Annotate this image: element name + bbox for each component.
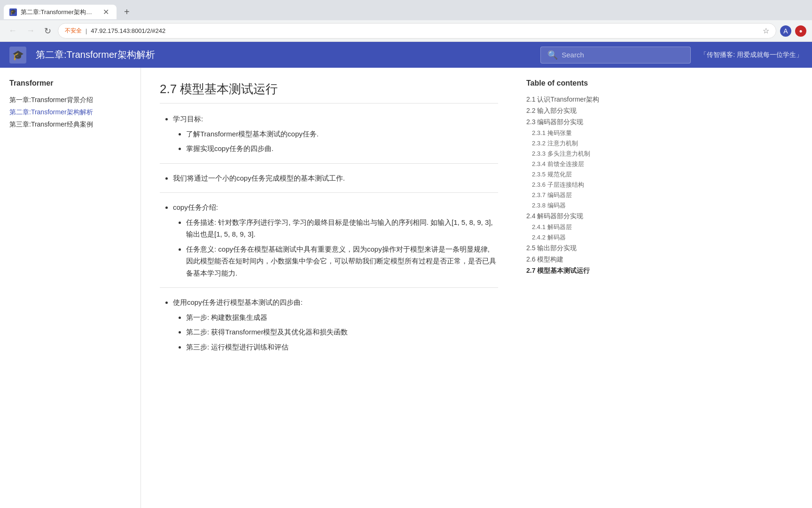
sidebar-item-chapter2[interactable]: 第二章:Transformer架构解析 [9, 106, 131, 119]
sidebar: Transformer 第一章:Transformer背景介绍 第二章:Tran… [0, 68, 141, 508]
item-text: 学习目标: [173, 115, 203, 123]
toc-item-9[interactable]: 2.3.7 编码器层 [526, 190, 620, 200]
sidebar-item-chapter1[interactable]: 第一章:Transformer背景介绍 [9, 94, 131, 106]
sub-list: 了解Transformer模型基本测试的copy任务. 掌握实现copy任务的四… [173, 128, 498, 155]
list-item: 我们将通过一个小的copy任务完成模型的基本测试工作. [173, 172, 498, 184]
list-item: 第一步: 构建数据集生成器 [186, 311, 498, 324]
section-divider [160, 163, 498, 164]
section-4-list: 使用copy任务进行模型基本测试的四步曲: 第一步: 构建数据集生成器 第二步:… [160, 296, 498, 353]
toc-item-1[interactable]: 2.2 输入部分实现 [526, 105, 620, 117]
section-divider [160, 192, 498, 193]
separator: | [86, 28, 87, 34]
sidebar-title: Transformer [9, 79, 131, 87]
section-divider [160, 287, 498, 288]
item-text: 使用copy任务进行模型基本测试的四步曲: [173, 298, 303, 306]
list-item: 任务描述: 针对数字序列进行学习, 学习的最终目标是使输出与输入的序列相同. 如… [186, 216, 498, 240]
section-2-list: 我们将通过一个小的copy任务完成模型的基本测试工作. [160, 172, 498, 184]
url-icons: ☆ [763, 26, 769, 35]
address-bar: ← → ↻ 不安全 | 47.92.175.143:8001/2/#242 ☆ … [0, 20, 812, 41]
list-item: 了解Transformer模型基本测试的copy任务. [186, 128, 498, 140]
toc-panel: Table of contents 2.1 认识Transformer架构2.2… [517, 68, 630, 508]
forward-button[interactable]: → [23, 24, 38, 38]
toc-item-10[interactable]: 2.3.8 编码器 [526, 200, 620, 211]
list-item: 使用copy任务进行模型基本测试的四步曲: 第一步: 构建数据集生成器 第二步:… [173, 296, 498, 353]
toc-item-15[interactable]: 2.6 模型构建 [526, 254, 620, 265]
section-3-list: copy任务介绍: 任务描述: 针对数字序列进行学习, 学习的最终目标是使输出与… [160, 201, 498, 279]
new-tab-button[interactable]: + [118, 4, 135, 20]
security-warning: 不安全 [65, 27, 82, 35]
toc-item-4[interactable]: 2.3.2 注意力机制 [526, 138, 620, 149]
section-1-list: 学习目标: 了解Transformer模型基本测试的copy任务. 掌握实现co… [160, 113, 498, 155]
toc-item-14[interactable]: 2.5 输出部分实现 [526, 243, 620, 254]
main-layout: Transformer 第一章:Transformer背景介绍 第二章:Tran… [0, 68, 812, 508]
browser-chrome: 🎓 第二章:Transformer架构解析 - ✕ + ← → ↻ 不安全 | … [0, 0, 812, 42]
sub-list: 第一步: 构建数据集生成器 第二步: 获得Transformer模型及其优化器和… [173, 311, 498, 353]
list-item: 学习目标: 了解Transformer模型基本测试的copy任务. 掌握实现co… [173, 113, 498, 155]
toc-item-12[interactable]: 2.4.1 解码器层 [526, 222, 620, 232]
list-item: copy任务介绍: 任务描述: 针对数字序列进行学习, 学习的最终目标是使输出与… [173, 201, 498, 279]
header-slogan: 「传智播客: 用爱成就每一位学生」 [700, 51, 803, 59]
list-item: 第二步: 获得Transformer模型及其优化器和损失函数 [186, 326, 498, 338]
tab-bar: 🎓 第二章:Transformer架构解析 - ✕ + [0, 0, 812, 20]
ext-symbol: ● [799, 28, 802, 34]
list-item: 第三步: 运行模型进行训练和评估 [186, 341, 498, 353]
back-button[interactable]: ← [6, 24, 20, 38]
toc-item-3[interactable]: 2.3.1 掩码张量 [526, 128, 620, 138]
page-heading: 2.7 模型基本测试运行 [160, 81, 498, 103]
toc-item-16[interactable]: 2.7 模型基本测试运行 [526, 265, 620, 277]
url-text: 47.92.175.143:8001/2/#242 [91, 27, 759, 34]
toc-item-11[interactable]: 2.4 解码器部分实现 [526, 211, 620, 222]
active-tab[interactable]: 🎓 第二章:Transformer架构解析 - ✕ [4, 5, 117, 19]
tab-favicon: 🎓 [9, 8, 17, 16]
toc-title: Table of contents [526, 79, 620, 87]
search-input[interactable] [562, 51, 684, 59]
toc-item-5[interactable]: 2.3.3 多头注意力机制 [526, 149, 620, 159]
search-icon: 🔍 [547, 50, 558, 60]
logo-icon: 🎓 [9, 47, 26, 64]
app-header: 🎓 第二章:Transformer架构解析 🔍 「传智播客: 用爱成就每一位学生… [0, 42, 812, 68]
toc-item-2[interactable]: 2.3 编码器部分实现 [526, 117, 620, 128]
toc-item-6[interactable]: 2.3.4 前馈全连接层 [526, 159, 620, 169]
toc-item-7[interactable]: 2.3.5 规范化层 [526, 169, 620, 180]
tab-close-button[interactable]: ✕ [103, 8, 109, 16]
list-item: 任务意义: copy任务在模型基础测试中具有重要意义，因为copy操作对于模型来… [186, 243, 498, 279]
tab-title: 第二章:Transformer架构解析 - [21, 8, 97, 16]
main-content: 2.7 模型基本测试运行 学习目标: 了解Transformer模型基本测试的c… [141, 68, 517, 508]
logo-symbol: 🎓 [12, 49, 24, 61]
toc-container: 2.1 认识Transformer架构2.2 输入部分实现2.3 编码器部分实现… [526, 94, 620, 277]
toc-item-8[interactable]: 2.3.6 子层连接结构 [526, 180, 620, 190]
reload-button[interactable]: ↻ [41, 24, 54, 38]
list-item: 掌握实现copy任务的四步曲. [186, 143, 498, 155]
extension-icon[interactable]: ● [795, 25, 806, 37]
profile-avatar: A [783, 27, 788, 35]
url-bar[interactable]: 不安全 | 47.92.175.143:8001/2/#242 ☆ [58, 23, 776, 39]
item-text: copy任务介绍: [173, 203, 218, 211]
search-bar[interactable]: 🔍 [540, 47, 691, 64]
bookmark-icon[interactable]: ☆ [763, 26, 769, 35]
header-title: 第二章:Transformer架构解析 [36, 48, 531, 61]
sidebar-item-chapter3[interactable]: 第三章:Transformer经典案例 [9, 119, 131, 131]
profile-button[interactable]: A [780, 25, 791, 37]
toc-item-13[interactable]: 2.4.2 解码器 [526, 232, 620, 243]
sub-list: 任务描述: 针对数字序列进行学习, 学习的最终目标是使输出与输入的序列相同. 如… [173, 216, 498, 279]
toc-item-0[interactable]: 2.1 认识Transformer架构 [526, 94, 620, 105]
